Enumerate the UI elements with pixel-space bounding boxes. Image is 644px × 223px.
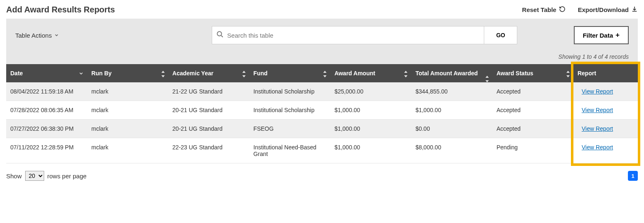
cell-academic-year: 21-22 UG Standard	[168, 82, 249, 101]
cell-date: 07/28/2022 08:06:35 AM	[6, 101, 87, 120]
table-row: 07/28/2022 08:06:35 AMmclark20-21 UG Sta…	[6, 101, 638, 120]
table-actions-label: Table Actions	[15, 32, 52, 39]
cell-award-amount: $1,000.00	[330, 120, 411, 138]
col-academic-year[interactable]: Academic Year	[168, 64, 249, 82]
reset-table-label: Reset Table	[522, 6, 556, 13]
table-actions-dropdown[interactable]: Table Actions	[15, 32, 156, 39]
cell-award-amount: $1,000.00	[330, 138, 411, 163]
cell-total-awarded: $0.00	[411, 120, 492, 138]
sort-icon	[323, 71, 327, 77]
page-title: Add Award Results Reports	[6, 5, 115, 14]
col-award-status-label: Award Status	[497, 70, 533, 77]
cell-award-status: Accepted	[492, 82, 573, 101]
cell-date: 07/27/2022 06:38:30 PM	[6, 120, 87, 138]
sort-icon	[485, 76, 489, 82]
col-report: Report	[573, 64, 638, 82]
cell-total-awarded: $8,000.00	[411, 138, 492, 163]
table-row: 08/04/2022 11:59:18 AMmclark21-22 UG Sta…	[6, 82, 638, 101]
plus-icon: +	[616, 31, 620, 39]
cell-academic-year: 22-23 UG Standard	[168, 138, 249, 163]
col-date-label: Date	[10, 70, 23, 77]
sort-icon	[404, 71, 408, 77]
view-report-link[interactable]: View Report	[582, 125, 613, 132]
records-summary: Showing 1 to 4 of 4 records	[6, 48, 638, 64]
col-academic-year-label: Academic Year	[173, 70, 213, 77]
cell-date: 08/04/2022 11:59:18 AM	[6, 82, 87, 101]
cell-total-awarded: $344,855.00	[411, 82, 492, 101]
col-award-amount[interactable]: Award Amount	[330, 64, 411, 82]
filter-data-label: Filter Data	[583, 32, 613, 39]
search-icon	[216, 31, 224, 40]
table-row: 07/27/2022 06:38:30 PMmclark20-21 UG Sta…	[6, 120, 638, 138]
sort-icon	[161, 71, 165, 77]
view-report-link[interactable]: View Report	[582, 107, 613, 113]
show-label: Show	[6, 173, 22, 180]
view-report-link[interactable]: View Report	[582, 88, 613, 95]
cell-report: View Report	[573, 120, 638, 138]
cell-fund: FSEOG	[249, 120, 330, 138]
filter-data-button[interactable]: Filter Data +	[574, 26, 629, 44]
go-button[interactable]: GO	[484, 26, 517, 44]
cell-run-by: mclark	[87, 138, 168, 163]
cell-date: 07/11/2022 12:28:59 PM	[6, 138, 87, 163]
cell-run-by: mclark	[87, 120, 168, 138]
col-date[interactable]: Date	[6, 64, 87, 82]
cell-run-by: mclark	[87, 82, 168, 101]
chevron-down-icon	[78, 71, 84, 76]
cell-run-by: mclark	[87, 101, 168, 120]
cell-academic-year: 20-21 UG Standard	[168, 101, 249, 120]
col-award-amount-label: Award Amount	[334, 70, 375, 77]
cell-fund: Institutional Need-Based Grant	[249, 138, 330, 163]
cell-report: View Report	[573, 82, 638, 101]
cell-academic-year: 20-21 UG Standard	[168, 120, 249, 138]
cell-award-status: Accepted	[492, 101, 573, 120]
cell-total-awarded: $1,000.00	[411, 101, 492, 120]
cell-award-status: Pending	[492, 138, 573, 163]
cell-award-status: Accepted	[492, 120, 573, 138]
page-size-select[interactable]: 20	[25, 171, 44, 181]
reset-icon	[559, 6, 566, 14]
page-number-current[interactable]: 1	[628, 171, 638, 181]
cell-report: View Report	[573, 101, 638, 120]
export-download-button[interactable]: Export/Download	[578, 6, 638, 14]
download-icon	[631, 6, 638, 14]
view-report-link[interactable]: View Report	[582, 144, 613, 151]
col-fund-label: Fund	[253, 70, 268, 77]
col-total-awarded-label: Total Amount Awarded	[415, 70, 478, 77]
col-run-by[interactable]: Run By	[87, 64, 168, 82]
cell-award-amount: $25,000.00	[330, 82, 411, 101]
table-row: 07/11/2022 12:28:59 PMmclark22-23 UG Sta…	[6, 138, 638, 163]
search-input[interactable]	[224, 31, 480, 39]
col-report-label: Report	[578, 70, 596, 77]
export-download-label: Export/Download	[578, 6, 629, 13]
col-fund[interactable]: Fund	[249, 64, 330, 82]
svg-point-0	[218, 31, 222, 36]
reset-table-button[interactable]: Reset Table	[522, 6, 566, 14]
cell-fund: Institutional Scholarship	[249, 101, 330, 120]
sort-icon	[566, 71, 570, 77]
rows-per-page-label: rows per page	[47, 173, 87, 180]
col-run-by-label: Run By	[91, 70, 111, 77]
results-table: Date Run By Academic Year Fund	[6, 64, 638, 163]
chevron-down-icon	[54, 32, 59, 39]
cell-award-amount: $1,000.00	[330, 101, 411, 120]
cell-report: View Report	[573, 138, 638, 163]
col-total-awarded[interactable]: Total Amount Awarded	[411, 64, 492, 82]
sort-icon	[242, 71, 246, 77]
col-award-status[interactable]: Award Status	[492, 64, 573, 82]
cell-fund: Institutional Scholarship	[249, 82, 330, 101]
